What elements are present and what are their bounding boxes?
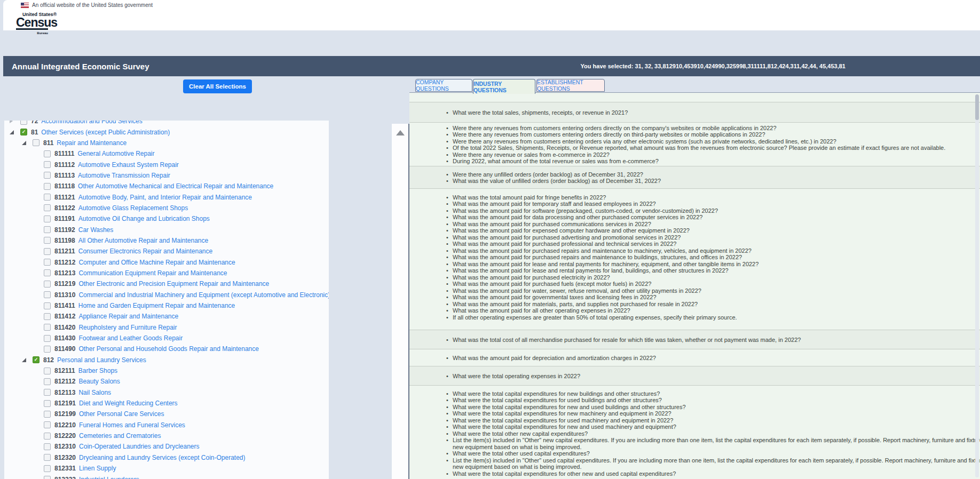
checkbox-811211[interactable] xyxy=(44,248,51,255)
checkbox-811198[interactable] xyxy=(44,237,51,244)
questions-scrollbar-thumb[interactable] xyxy=(975,94,979,120)
naics-label[interactable]: General Automotive Repair xyxy=(77,150,154,157)
clear-all-selections-button[interactable]: Clear All Selections xyxy=(183,79,252,93)
checkbox-811430[interactable] xyxy=(44,335,51,342)
tree-row: 812210Funeral Homes and Funeral Services xyxy=(4,420,329,430)
collapse-icon[interactable] xyxy=(22,358,33,362)
survey-header-bar: Annual Integrated Economic Survey You ha… xyxy=(3,56,980,76)
naics-label[interactable]: Other Personal Care Services xyxy=(79,410,164,418)
checkbox-812112[interactable] xyxy=(44,378,51,385)
tree-row: 811310Commercial and Industrial Machiner… xyxy=(4,290,329,300)
checkbox-811412[interactable] xyxy=(44,313,51,320)
naics-label[interactable]: Commercial and Industrial Machinery and … xyxy=(78,291,329,299)
checkbox-811411[interactable] xyxy=(44,302,51,309)
question-item: Were there any revenues from customers e… xyxy=(409,131,980,138)
naics-code: 812111 xyxy=(54,367,75,374)
checkbox-811111[interactable] xyxy=(44,150,51,157)
naics-label[interactable]: Personal and Laundry Services xyxy=(57,356,146,364)
checkbox-811112[interactable] xyxy=(44,161,51,168)
naics-label[interactable]: Funeral Homes and Funeral Services xyxy=(79,421,185,429)
naics-label[interactable]: Communication Equipment Repair and Maint… xyxy=(78,269,227,277)
tab-company-questions[interactable]: COMPANY QUESTIONS xyxy=(415,79,472,92)
naics-label[interactable]: Automotive Transmission Repair xyxy=(78,172,170,179)
expand-icon[interactable] xyxy=(10,121,20,123)
naics-label[interactable]: Automotive Oil Change and Lubrication Sh… xyxy=(78,215,210,222)
checkbox-72[interactable] xyxy=(20,121,27,125)
naics-label[interactable]: Automotive Glass Replacement Shops xyxy=(78,204,188,212)
checkbox-812220[interactable] xyxy=(44,433,51,440)
naics-label[interactable]: Car Washes xyxy=(78,226,114,234)
naics-label[interactable]: Other Personal and Household Goods Repai… xyxy=(78,345,259,353)
checkbox-81[interactable]: ✓ xyxy=(20,129,27,135)
naics-code: 812199 xyxy=(54,410,76,418)
checkbox-812111[interactable] xyxy=(44,368,51,374)
checkbox-812[interactable]: ✓ xyxy=(33,356,39,363)
naics-code: 811118 xyxy=(54,182,75,190)
checkbox-812320[interactable] xyxy=(44,454,51,461)
page-title: Annual Integrated Economic Survey xyxy=(12,56,149,76)
collapse-icon[interactable] xyxy=(22,141,33,145)
naics-label[interactable]: Reupholstery and Furniture Repair xyxy=(78,324,177,331)
naics-code: 811192 xyxy=(54,226,75,234)
checkbox-811113[interactable] xyxy=(44,172,51,179)
checkbox-811310[interactable] xyxy=(44,291,51,298)
naics-code: 812191 xyxy=(54,400,76,407)
checkbox-812191[interactable] xyxy=(44,400,51,407)
checkbox-811191[interactable] xyxy=(44,215,51,222)
tab-establishment-questions[interactable]: ESTABLISHMENT QUESTIONS xyxy=(536,79,605,92)
naics-label[interactable]: Linen Supply xyxy=(79,465,116,472)
naics-label[interactable]: Repair and Maintenance xyxy=(57,139,127,147)
naics-label[interactable]: Other Electronic and Precision Equipment… xyxy=(78,280,269,288)
naics-label[interactable]: Automotive Exhaust System Repair xyxy=(78,161,179,169)
question-item: If all other operating expenses are grea… xyxy=(409,314,980,321)
checkbox-811[interactable] xyxy=(33,139,39,146)
naics-label[interactable]: Cemeteries and Crematories xyxy=(79,432,161,440)
tree-row: 812199Other Personal Care Services xyxy=(4,409,329,419)
naics-label[interactable]: All Other Automotive Repair and Maintena… xyxy=(78,237,208,244)
naics-label[interactable]: Automotive Body, Paint, and Interior Rep… xyxy=(78,194,252,201)
questions-scrollbar[interactable] xyxy=(975,94,979,477)
naics-label[interactable]: Other Automotive Mechanical and Electric… xyxy=(78,182,273,190)
checkbox-811490[interactable] xyxy=(44,346,51,353)
question-item: What were the total other used capital e… xyxy=(409,450,980,457)
naics-label[interactable]: Beauty Salons xyxy=(78,378,120,385)
checkbox-811213[interactable] xyxy=(44,269,51,276)
collapse-icon[interactable] xyxy=(10,130,20,134)
checkbox-812310[interactable] xyxy=(44,443,51,450)
naics-label[interactable]: Coin-Operated Laundries and Drycleaners xyxy=(79,443,199,450)
checkbox-812199[interactable] xyxy=(44,411,51,418)
naics-label[interactable]: Nail Salons xyxy=(78,389,111,396)
naics-label[interactable]: Consumer Electronics Repair and Maintena… xyxy=(78,248,212,255)
checkbox-811212[interactable] xyxy=(44,259,51,266)
naics-label[interactable]: Drycleaning and Laundry Services (except… xyxy=(79,454,246,461)
checkbox-811122[interactable] xyxy=(44,204,51,211)
naics-label[interactable]: Home and Garden Equipment Repair and Mai… xyxy=(78,302,235,309)
tree-row: 812310Coin-Operated Laundries and Drycle… xyxy=(4,441,329,452)
naics-label[interactable]: Computer and Office Machine Repair and M… xyxy=(78,259,235,266)
checkbox-811420[interactable] xyxy=(44,324,51,331)
naics-label[interactable]: Industrial Launderers xyxy=(79,476,139,479)
checkbox-811219[interactable] xyxy=(44,281,51,288)
tab-industry-questions[interactable]: INDUSTRY QUESTIONS xyxy=(473,79,535,94)
checkbox-811121[interactable] xyxy=(44,194,51,201)
question-item: What were the total other new capital ex… xyxy=(409,430,980,437)
logo-row: United States® Census Bureau xyxy=(3,11,980,30)
checkbox-812210[interactable] xyxy=(44,421,51,428)
page: An official website of the United States… xyxy=(0,0,980,479)
checkbox-812331[interactable] xyxy=(44,465,51,472)
checkbox-811192[interactable] xyxy=(44,226,51,233)
scroll-up-icon[interactable] xyxy=(396,130,405,135)
checkbox-812332[interactable] xyxy=(44,476,51,479)
naics-label[interactable]: Footwear and Leather Goods Repair xyxy=(78,334,183,342)
tree-scrollbar[interactable] xyxy=(392,124,409,479)
naics-label[interactable]: Other Services (except Public Administra… xyxy=(41,129,170,136)
naics-label[interactable]: Accommodation and Food Services xyxy=(41,121,142,125)
checkbox-811118[interactable] xyxy=(44,183,51,190)
naics-code: 811111 xyxy=(54,150,74,157)
question-section-8: What were the total capital expenditures… xyxy=(409,385,980,479)
naics-label[interactable]: Barber Shops xyxy=(78,367,117,374)
census-logo[interactable]: United States® Census Bureau xyxy=(16,12,57,35)
checkbox-812113[interactable] xyxy=(44,389,51,396)
naics-label[interactable]: Appliance Repair and Maintenance xyxy=(78,313,178,320)
naics-label[interactable]: Diet and Weight Reducing Centers xyxy=(79,400,178,407)
